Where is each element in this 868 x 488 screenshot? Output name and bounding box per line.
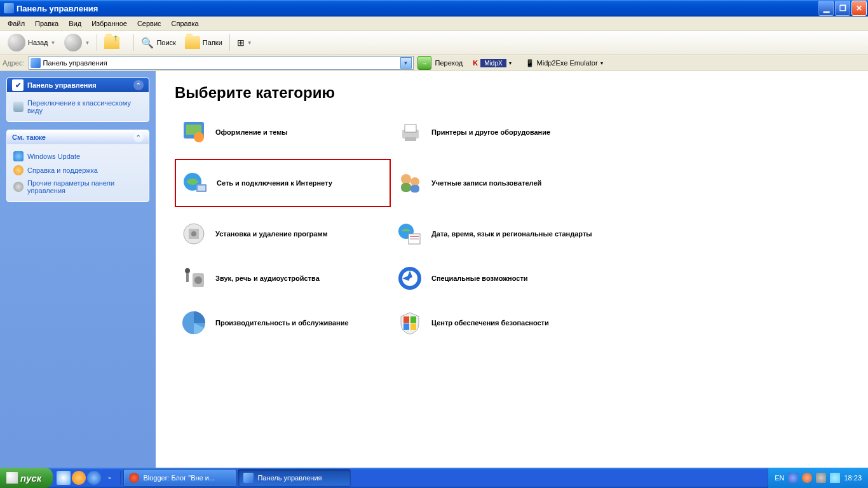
category-6[interactable]: Звук, речь и аудиоустройства	[175, 261, 391, 296]
sidebar-panel-control: ✔ Панель управления ⌃ Переключение к кла…	[6, 78, 149, 122]
chevron-up-icon[interactable]: ⌃	[133, 132, 144, 142]
titlebar[interactable]: Панель управления ▁ ❐ ✕	[0, 0, 868, 17]
menu-tools[interactable]: Сервис	[132, 18, 166, 29]
svg-rect-27	[410, 316, 416, 323]
category-9[interactable]: Центр обеспечения безопасности	[391, 305, 632, 341]
address-field[interactable]: Панель управления ▼	[29, 56, 414, 70]
category-label: Центр обеспечения безопасности	[431, 319, 549, 327]
views-icon: ⊞	[237, 37, 245, 48]
category-icon	[396, 264, 424, 292]
taskbar-button-blogger[interactable]: Blogger: Блог "Вне и...	[123, 469, 236, 487]
control-panel-icon	[243, 473, 254, 483]
menu-edit[interactable]: Правка	[30, 18, 64, 29]
emulator-icon: 📱	[526, 59, 534, 67]
menu-file[interactable]: Файл	[3, 18, 30, 29]
switch-classic-view-link[interactable]: Переключение к классическому виду	[13, 97, 142, 116]
midp2exe-toolbar[interactable]: 📱 Midp2Exe Emulator ▾	[526, 59, 603, 67]
address-label: Адрес:	[3, 59, 25, 67]
page-heading: Выберите категорию	[175, 84, 849, 102]
clock[interactable]: 18:23	[844, 474, 862, 482]
midpx-toolbar[interactable]: K MidpX ▾	[473, 59, 511, 67]
category-icon	[180, 220, 208, 248]
minimize-button[interactable]: ▁	[818, 1, 834, 16]
category-3[interactable]: Учетные записи пользователей	[391, 159, 632, 207]
svg-rect-12	[410, 185, 419, 193]
svg-point-15	[191, 231, 196, 236]
toolbar: ← Назад ▼ → ▼ ↑ 🔍 Поиск Папки ⊞ ▼	[0, 31, 868, 55]
taskbar-button-control-panel[interactable]: Панель управления	[238, 469, 351, 487]
maximize-button[interactable]: ❐	[835, 1, 850, 16]
svg-rect-29	[410, 323, 416, 330]
category-icon	[396, 118, 424, 146]
folders-button[interactable]: Папки	[181, 32, 226, 53]
svg-point-20	[185, 268, 190, 273]
start-button[interactable]: пуск	[0, 468, 53, 488]
category-icon	[180, 309, 208, 337]
sidebar: ✔ Панель управления ⌃ Переключение к кла…	[0, 71, 156, 468]
folders-icon	[185, 36, 200, 49]
category-5[interactable]: Дата, время, язык и региональные стандар…	[391, 216, 632, 252]
menu-view[interactable]: Вид	[64, 18, 86, 29]
svg-rect-5	[405, 137, 416, 141]
tray-icon[interactable]	[788, 473, 798, 483]
close-button[interactable]: ✕	[851, 1, 867, 16]
search-button[interactable]: 🔍 Поиск	[137, 32, 179, 53]
chrome-icon[interactable]	[72, 471, 86, 485]
svg-rect-4	[405, 125, 416, 132]
category-icon	[180, 118, 208, 146]
svg-point-22	[194, 276, 202, 284]
chevron-up-icon[interactable]: ⌃	[133, 80, 144, 90]
category-label: Оформление и темы	[215, 128, 288, 136]
svg-point-9	[401, 174, 411, 184]
language-indicator[interactable]: EN	[775, 474, 784, 482]
up-button[interactable]: ↑	[100, 32, 130, 53]
views-button[interactable]: ⊞ ▼	[233, 32, 256, 53]
category-icon	[396, 220, 424, 248]
ie-icon[interactable]	[87, 471, 101, 485]
address-icon	[31, 58, 41, 68]
tray-icon[interactable]	[816, 473, 826, 483]
help-support-link[interactable]: Справка и поддержка	[13, 163, 142, 177]
tray-icon[interactable]	[802, 473, 812, 483]
menu-favorites[interactable]: Избранное	[86, 18, 132, 29]
control-panel-window: Панель управления ▁ ❐ ✕ Файл Правка Вид …	[0, 0, 868, 468]
menu-help[interactable]: Справка	[166, 18, 204, 29]
category-4[interactable]: Установка и удаление программ	[175, 216, 391, 252]
folders-label: Папки	[203, 39, 222, 46]
volume-icon[interactable]	[830, 473, 840, 483]
go-label: Переход	[435, 59, 463, 67]
category-2[interactable]: Сеть и подключения к Интернету	[175, 159, 391, 207]
globe-icon	[13, 151, 24, 161]
svg-rect-8	[198, 186, 205, 191]
address-value: Панель управления	[43, 59, 107, 67]
category-7[interactable]: Специальные возможности	[391, 261, 632, 296]
category-label: Установка и удаление программ	[215, 230, 328, 238]
category-1[interactable]: Принтеры и другое оборудование	[391, 114, 632, 150]
sidebar-panel-seealso: См. также ⌃ Windows Update Справка и под…	[6, 130, 149, 202]
category-0[interactable]: Оформление и темы	[175, 114, 391, 150]
classic-view-icon	[13, 102, 24, 112]
back-button[interactable]: ← Назад ▼	[4, 32, 59, 53]
svg-point-2	[194, 132, 204, 142]
window-icon	[4, 3, 14, 13]
category-8[interactable]: Производительность и обслуживание	[175, 305, 391, 341]
forward-button[interactable]: → ▼	[60, 32, 93, 53]
panel-title: См. также	[12, 133, 46, 141]
go-button[interactable]: →	[417, 56, 431, 70]
help-icon	[13, 165, 24, 175]
address-bar: Адрес: Панель управления ▼ → Переход K M…	[0, 55, 868, 71]
taskbar: пуск » Blogger: Блог "Вне и... Панель уп…	[0, 468, 868, 488]
category-icon	[396, 169, 424, 197]
search-icon: 🔍	[141, 37, 154, 49]
windows-flag-icon	[6, 472, 18, 484]
other-options-link[interactable]: Прочие параметры панели управления	[13, 177, 142, 196]
svg-rect-28	[403, 323, 409, 330]
window-title: Панель управления	[17, 4, 818, 13]
show-desktop-icon[interactable]	[57, 471, 71, 485]
address-dropdown[interactable]: ▼	[400, 57, 412, 69]
ql-expand[interactable]: »	[102, 471, 116, 485]
system-tray[interactable]: EN 18:23	[768, 468, 868, 488]
category-label: Дата, время, язык и региональные стандар…	[431, 230, 592, 238]
windows-update-link[interactable]: Windows Update	[13, 149, 142, 163]
category-icon	[181, 169, 209, 197]
